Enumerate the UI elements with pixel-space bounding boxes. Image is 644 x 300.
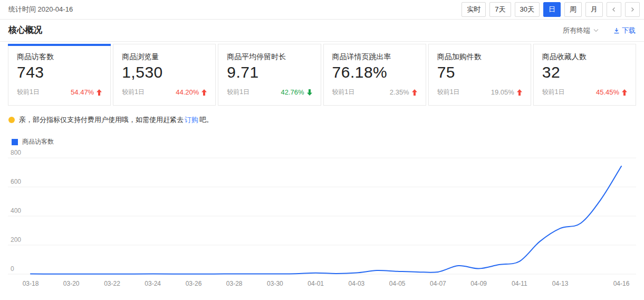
- metric-value: 75: [437, 63, 522, 81]
- metric-card-bounce-rate[interactable]: 商品详情页跳出率 76.18% 较前1日 2.35%: [323, 44, 426, 106]
- change-percent: 2.35%: [390, 88, 409, 96]
- trend-arrow-icon: [97, 89, 102, 96]
- metric-label: 商品访客数: [17, 52, 102, 62]
- visitors-series-line: [31, 166, 621, 274]
- notice-warning-icon: [8, 117, 15, 123]
- metric-label: 商品详情页跳出率: [332, 52, 417, 62]
- legend-swatch-icon: [12, 139, 18, 145]
- chevron-down-icon: [593, 29, 599, 32]
- line-chart-canvas: 020040060080003-1803-2003-2203-2403-2603…: [0, 148, 644, 297]
- subscribe-link[interactable]: 订购: [185, 116, 198, 124]
- chevron-right-icon: [630, 7, 635, 12]
- x-tick-label: 03-22: [104, 280, 120, 287]
- compare-label: 较前1日: [437, 88, 460, 97]
- x-tick-label: 04-16: [613, 280, 630, 287]
- compare-label: 较前1日: [542, 88, 565, 97]
- legend-label: 商品访客数: [22, 137, 54, 146]
- metric-card-avg-stay[interactable]: 商品平均停留时长 9.71 较前1日 42.76%: [218, 44, 321, 106]
- chevron-left-icon: [611, 7, 617, 12]
- y-tick-label: 800: [11, 149, 21, 156]
- x-tick-label: 03-30: [267, 280, 283, 287]
- metric-value: 32: [542, 63, 627, 81]
- notice-text: 亲，部分指标仅支持付费用户使用哦，如需使用赶紧去订购吧。: [19, 115, 213, 125]
- x-tick-label: 04-01: [307, 280, 324, 287]
- section-header: 核心概况 所有终端 下载: [0, 20, 644, 42]
- range-button-month[interactable]: 月: [585, 2, 603, 17]
- next-date-button[interactable]: [625, 2, 640, 17]
- metric-card-favorites[interactable]: 商品收藏人数 32 较前1日 45.45%: [533, 44, 636, 106]
- range-button-30d[interactable]: 30天: [515, 2, 540, 17]
- y-tick-label: 600: [11, 178, 21, 185]
- metric-label: 商品加购件数: [437, 52, 522, 62]
- x-tick-label: 04-13: [552, 280, 569, 287]
- trend-arrow-icon: [622, 89, 627, 96]
- metric-value: 1,530: [122, 63, 207, 81]
- range-button-week[interactable]: 周: [564, 2, 582, 17]
- metric-label: 商品收藏人数: [542, 52, 627, 62]
- x-tick-label: 04-03: [349, 280, 365, 287]
- trend-arrow-icon: [307, 89, 312, 96]
- x-tick-label: 04-05: [389, 280, 406, 287]
- metric-card-pageviews[interactable]: 商品浏览量 1,530 较前1日 44.20%: [113, 44, 216, 106]
- x-tick-label: 03-20: [63, 280, 80, 287]
- x-tick-label: 03-28: [226, 280, 243, 287]
- metric-card-add-to-cart[interactable]: 商品加购件数 75 较前1日 19.05%: [428, 44, 531, 106]
- metric-value: 76.18%: [332, 63, 417, 81]
- compare-label: 较前1日: [332, 88, 355, 97]
- header-right: 所有终端 下载: [563, 26, 636, 35]
- topbar: 统计时间 2020-04-16 实时 7天 30天 日 周 月: [0, 0, 644, 20]
- x-tick-label: 03-24: [145, 280, 161, 287]
- download-link[interactable]: 下载: [613, 26, 636, 35]
- download-icon: [613, 27, 620, 34]
- chart-legend[interactable]: 商品访客数: [12, 137, 636, 146]
- compare-label: 较前1日: [227, 88, 249, 97]
- date-range-group: 实时 7天 30天 日 周 月: [462, 2, 640, 17]
- change-percent: 44.20%: [176, 88, 199, 96]
- x-tick-label: 04-09: [470, 280, 487, 287]
- paid-feature-notice: 亲，部分指标仅支持付费用户使用哦，如需使用赶紧去订购吧。: [8, 115, 636, 125]
- metric-label: 商品平均停留时长: [227, 52, 312, 62]
- range-button-realtime[interactable]: 实时: [462, 2, 486, 17]
- x-tick-label: 04-07: [430, 280, 446, 287]
- download-label: 下载: [622, 26, 636, 35]
- range-button-7d[interactable]: 7天: [489, 2, 511, 17]
- metric-label: 商品浏览量: [122, 52, 207, 62]
- change-percent: 42.76%: [281, 88, 304, 96]
- metric-cards-row: 商品访客数 743 较前1日 54.47% 商品浏览量 1,530 较前1日 4…: [8, 44, 636, 106]
- stat-time: 统计时间 2020-04-16: [8, 5, 73, 14]
- y-tick-label: 200: [11, 236, 21, 243]
- y-tick-label: 0: [11, 265, 14, 273]
- metric-card-visitors[interactable]: 商品访客数 743 较前1日 54.47%: [8, 44, 111, 106]
- x-tick-label: 03-26: [186, 280, 202, 287]
- compare-label: 较前1日: [17, 88, 40, 97]
- change-percent: 19.05%: [491, 88, 514, 96]
- change-percent: 45.45%: [596, 88, 619, 96]
- trend-arrow-icon: [517, 89, 522, 96]
- visitors-trend-chart: 020040060080003-1803-2003-2203-2403-2603…: [0, 148, 644, 297]
- metric-value: 9.71: [227, 63, 312, 81]
- trend-arrow-icon: [201, 89, 207, 96]
- x-tick-label: 03-18: [23, 280, 39, 287]
- x-tick-label: 04-11: [512, 280, 527, 287]
- prev-date-button[interactable]: [607, 2, 621, 17]
- page-title: 核心概况: [8, 25, 42, 36]
- metric-value: 743: [17, 63, 102, 81]
- change-percent: 54.47%: [71, 88, 94, 96]
- compare-label: 较前1日: [122, 88, 145, 97]
- terminal-filter-value: 所有终端: [563, 26, 590, 35]
- range-button-day[interactable]: 日: [543, 2, 561, 17]
- trend-arrow-icon: [412, 89, 417, 96]
- terminal-filter-dropdown[interactable]: 所有终端: [563, 26, 599, 35]
- y-tick-label: 400: [11, 207, 21, 214]
